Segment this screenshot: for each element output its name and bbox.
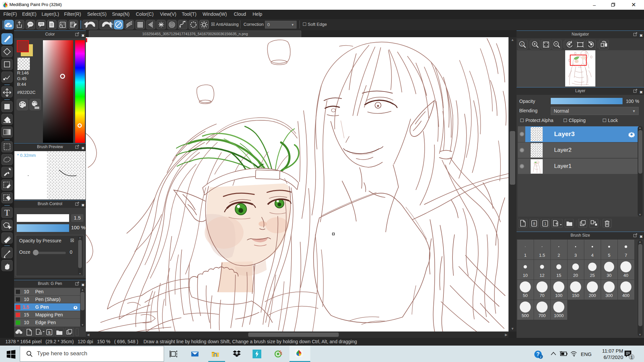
svg-text:1.5: 1.5 xyxy=(539,253,545,258)
svg-text:4: 4 xyxy=(591,253,593,258)
svg-text:S: S xyxy=(48,330,50,335)
svg-text:1: 1 xyxy=(524,253,526,258)
svg-text:700: 700 xyxy=(538,313,546,318)
svg-text:8: 8 xyxy=(533,222,535,226)
svg-text:5: 5 xyxy=(608,253,610,258)
svg-text:15: 15 xyxy=(556,273,561,278)
svg-text:200: 200 xyxy=(589,293,596,298)
svg-text:10: 10 xyxy=(523,273,528,278)
svg-text:3: 3 xyxy=(574,253,577,258)
svg-text:100: 100 xyxy=(555,293,562,298)
svg-text:1: 1 xyxy=(630,355,633,360)
svg-text:12: 12 xyxy=(540,273,544,278)
svg-text:2: 2 xyxy=(557,253,560,258)
svg-text:7: 7 xyxy=(625,253,627,258)
svg-text:25: 25 xyxy=(590,273,595,278)
svg-text:1: 1 xyxy=(544,222,546,226)
svg-text:40: 40 xyxy=(624,273,628,278)
svg-text:20: 20 xyxy=(573,273,578,278)
svg-text:1: 1 xyxy=(521,43,523,46)
svg-text:50: 50 xyxy=(523,293,528,298)
svg-text:300: 300 xyxy=(605,293,613,298)
svg-text:30: 30 xyxy=(607,273,611,278)
svg-text:70: 70 xyxy=(540,293,544,298)
svg-text:500: 500 xyxy=(522,313,529,318)
svg-text:T: T xyxy=(4,208,10,218)
svg-text:1000: 1000 xyxy=(554,313,564,318)
svg-text:400: 400 xyxy=(622,293,630,298)
svg-text:150: 150 xyxy=(572,293,579,298)
